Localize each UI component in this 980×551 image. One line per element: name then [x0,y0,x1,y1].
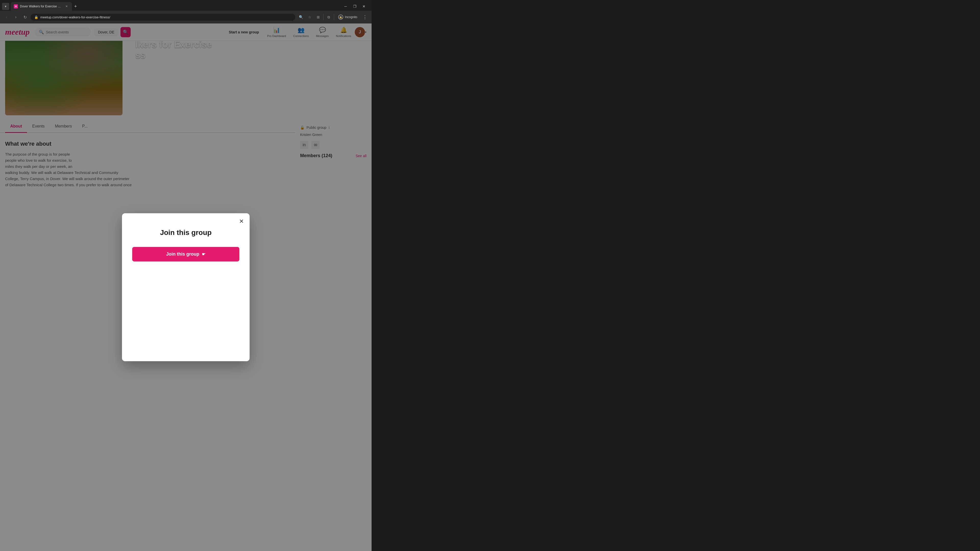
lock-icon: 🔒 [34,15,38,19]
divider [323,14,324,20]
website-content: meetup 🔍 Dover, DE 🔍 Start a new group 📊… [0,24,372,551]
url-text: meetup.com/dover-walkers-for-exercise-fi… [40,15,292,19]
extensions-button[interactable]: ⊞ [315,14,322,21]
modal-close-button[interactable]: ✕ [237,218,245,225]
bookmark-button[interactable]: ☆ [306,14,313,21]
join-group-button[interactable]: Join this group ☛ [132,247,239,262]
divider-2 [334,14,334,20]
incognito-icon: 🕵 [338,14,343,20]
tab-close-button[interactable]: ✕ [64,4,69,9]
new-tab-button[interactable]: + [72,3,79,10]
tab-title: Dover Walkers for Exercise and [20,5,62,8]
browser-menu-button[interactable]: ⋮ [361,14,369,21]
split-button[interactable]: ⧉ [325,14,332,21]
cursor-icon: ☛ [202,252,205,257]
back-button[interactable]: ‹ [3,14,10,21]
tab-favicon: M [14,4,18,8]
search-browser-icon[interactable]: 🔍 [298,14,304,21]
url-bar[interactable]: 🔒 meetup.com/dover-walkers-for-exercise-… [30,14,295,21]
modal-backdrop: ✕ Join this group Join this group ☛ [0,24,372,551]
forward-button[interactable]: › [12,14,19,21]
close-button[interactable]: ✕ [360,3,368,10]
join-group-modal: ✕ Join this group Join this group ☛ [122,213,250,361]
active-tab: M Dover Walkers for Exercise and ✕ [11,2,72,11]
address-bar: ‹ › ↻ 🔒 meetup.com/dover-walkers-for-exe… [0,11,372,24]
minimize-button[interactable]: ─ [342,3,349,10]
restore-button[interactable]: ❐ [351,3,358,10]
reload-button[interactable]: ↻ [21,14,29,21]
tab-switcher[interactable]: ▾ [2,3,9,10]
incognito-button[interactable]: 🕵 Incognito [336,14,360,21]
modal-title: Join this group [160,229,212,237]
